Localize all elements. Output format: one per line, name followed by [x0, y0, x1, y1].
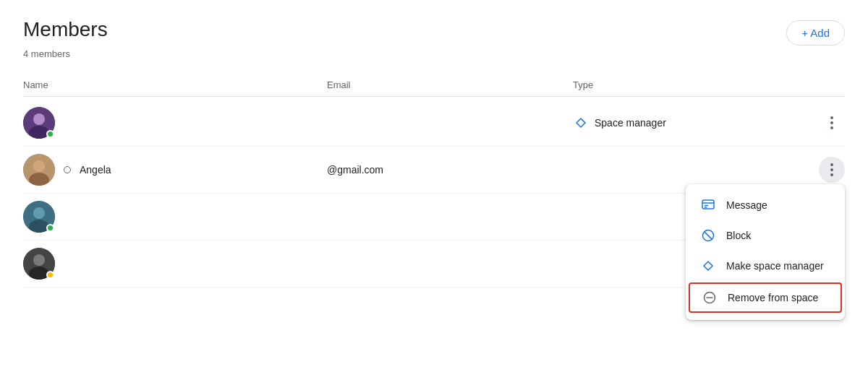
menu-item-make-space-manager-label: Make space manager	[726, 260, 824, 272]
add-button[interactable]: + Add	[786, 20, 845, 46]
avatar	[23, 248, 55, 280]
svg-point-10	[33, 254, 45, 266]
dropdown-menu: Message Block Make space manager Remove …	[686, 184, 845, 320]
status-dot-away	[46, 271, 54, 279]
menu-item-message[interactable]: Message	[686, 190, 845, 220]
table-row: Space manager	[23, 100, 845, 147]
more-options-button-2[interactable]	[819, 157, 845, 183]
col-header-type: Type	[573, 79, 845, 90]
member-name-cell	[23, 107, 327, 139]
member-name-cell	[23, 248, 327, 280]
member-name-cell	[23, 201, 327, 233]
type-cell	[573, 157, 845, 183]
message-icon	[700, 197, 716, 213]
avatar	[23, 107, 55, 139]
col-header-email: Email	[327, 79, 573, 90]
member-name-cell: Angela	[23, 154, 327, 186]
table-header: Name Email Type	[23, 74, 845, 97]
member-count: 4 members	[23, 48, 845, 59]
status-dot-green	[46, 224, 54, 232]
col-header-name: Name	[23, 79, 327, 90]
remove-icon	[702, 290, 718, 306]
type-cell: Space manager	[573, 110, 845, 136]
type-label: Space manager	[573, 115, 666, 131]
member-name: Angela	[80, 164, 111, 176]
status-dot-green	[46, 130, 54, 138]
page-title: Members	[23, 17, 108, 42]
svg-point-4	[33, 160, 45, 172]
block-icon	[700, 228, 716, 243]
avatar	[23, 201, 55, 233]
diamond-icon	[573, 115, 589, 131]
svg-point-7	[33, 207, 45, 219]
svg-rect-12	[702, 200, 714, 209]
menu-item-block-label: Block	[726, 230, 751, 241]
diamond-small-icon	[700, 258, 716, 274]
status-circle-outline	[64, 166, 71, 173]
menu-item-make-space-manager[interactable]: Make space manager	[686, 251, 845, 281]
svg-point-1	[33, 113, 45, 125]
svg-line-17	[704, 231, 712, 239]
more-options-button-1[interactable]	[819, 110, 845, 136]
avatar	[23, 154, 55, 186]
email-cell: @gmail.com	[327, 164, 573, 176]
menu-item-remove-label: Remove from space	[728, 292, 818, 303]
menu-item-message-label: Message	[726, 199, 767, 211]
menu-item-remove-from-space[interactable]: Remove from space	[689, 282, 842, 313]
space-manager-label: Space manager	[595, 117, 666, 129]
menu-item-block[interactable]: Block	[686, 220, 845, 251]
